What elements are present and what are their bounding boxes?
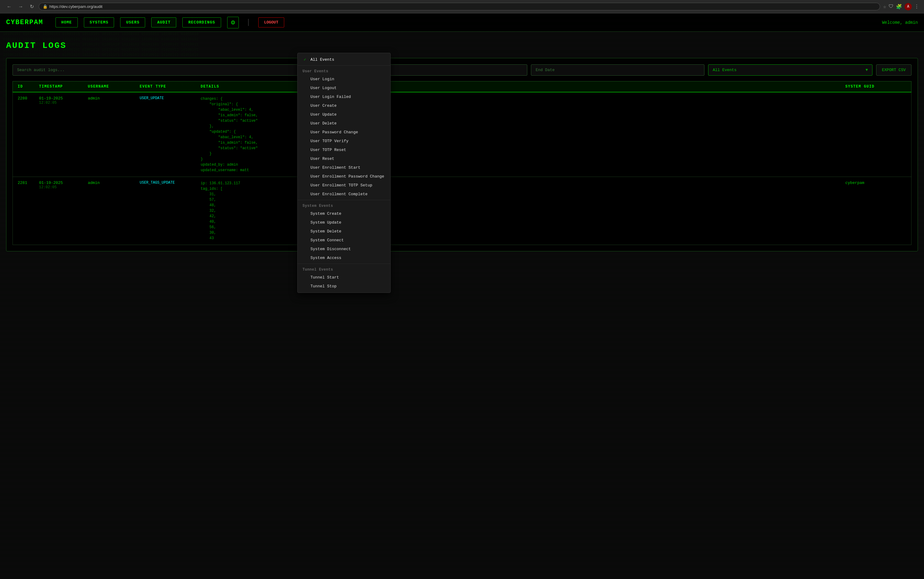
reload-button[interactable]: ↻ [28,3,36,10]
dropdown-item-system-connect[interactable]: System Connect [298,236,390,245]
event-filter-dropdown[interactable]: All Events User Events User Login User L… [297,53,391,293]
profile-icon[interactable]: A [904,3,912,10]
user-events-group-label: User Events [298,67,390,75]
cell-guid-0 [845,96,906,173]
cell-event-type-1: USER_TAGS_UPDATE [140,181,201,241]
event-filter-value: All Events [713,68,736,72]
cell-date-1: 01-19-2025 [39,181,88,185]
cell-guid-1: cyberpam [845,181,906,241]
cell-id-1: 2281 [18,181,39,241]
dropdown-item-user-enrollment-password-change[interactable]: User Enrollment Password Change [298,172,390,181]
puzzle-icon[interactable]: 🧩 [896,4,902,10]
navbar: CYBERPAM HOME SYSTEMS USERS AUDIT RECORD… [0,13,924,32]
dropdown-item-user-logout[interactable]: User Logout [298,83,390,92]
nav-separator: | [247,18,251,26]
dropdown-item-user-login[interactable]: User Login [298,75,390,83]
table-header: ID TIMESTAMP USERNAME EVENT TYPE DETAILS… [13,81,911,92]
nav-recordings[interactable]: RECORDINGS [182,17,221,28]
dropdown-item-user-update[interactable]: User Update [298,110,390,119]
export-csv-button[interactable]: EXPORT CSV [876,64,911,76]
welcome-text: Welcome, admin [882,20,918,25]
url-bar[interactable]: 🔒 https://dev.cyberpam.org/audit [39,3,880,10]
audit-container: All Events ▼ EXPORT CSV ID TIMESTAMP USE… [6,58,918,251]
dropdown-item-system-access[interactable]: System Access [298,254,390,262]
cell-timestamp-0: 01-19-2025 12:02:05 [39,96,88,173]
col-id: ID [18,85,39,89]
event-filter-wrapper: All Events ▼ [708,64,872,76]
dropdown-item-system-disconnect[interactable]: System Disconnect [298,245,390,254]
dropdown-item-user-enrollment-totp-setup[interactable]: User Enrollment TOTP Setup [298,181,390,190]
dropdown-item-system-create[interactable]: System Create [298,209,390,218]
dropdown-item-user-enrollment-complete[interactable]: User Enrollment Complete [298,190,390,199]
chevron-down-icon: ▼ [865,68,868,72]
forward-button[interactable]: → [16,3,25,10]
back-button[interactable]: ← [5,3,13,10]
main-content: AUDIT LOGS All Events ▼ EXPORT CSV ID TI… [0,32,924,257]
dropdown-divider-3 [298,263,390,264]
nav-audit[interactable]: AUDIT [151,17,176,28]
dropdown-item-user-password-change[interactable]: User Password Change [298,128,390,137]
cell-event-type-0: USER_UPDATE [140,96,201,173]
browser-actions: ☆ 🛡 🧩 A ⋮ [883,3,919,10]
nav-logo: CYBERPAM [6,19,43,26]
url-text: https://dev.cyberpam.org/audit [49,4,103,9]
dropdown-item-user-totp-verify[interactable]: User TOTP Verify [298,137,390,146]
dropdown-divider-1 [298,65,390,65]
table-row[interactable]: 2280 01-19-2025 12:02:05 admin USER_UPDA… [13,92,911,177]
cell-username-0: admin [88,96,140,173]
dropdown-divider-2 [298,200,390,200]
dropdown-item-system-delete[interactable]: System Delete [298,227,390,236]
dropdown-item-user-create[interactable]: User Create [298,101,390,110]
dropdown-item-user-reset[interactable]: User Reset [298,154,390,163]
cell-time-0: 12:02:05 [39,101,88,105]
dropdown-item-tunnel-stop[interactable]: Tunnel Stop [298,282,390,291]
tunnel-events-group-label: Tunnel Events [298,265,390,273]
all-events-label: All Events [310,57,334,62]
dropdown-item-all-events[interactable]: All Events [298,55,390,64]
dropdown-item-user-login-failed[interactable]: User Login Failed [298,92,390,101]
col-system-guid: SYSTEM GUID [845,85,906,89]
dropdown-item-user-totp-reset[interactable]: User TOTP Reset [298,146,390,154]
cell-id-0: 2280 [18,96,39,173]
bookmark-icon[interactable]: ☆ [883,4,886,10]
settings-button[interactable]: ⚙ [227,17,239,28]
nav-users[interactable]: USERS [120,17,145,28]
table-row[interactable]: 2281 01-19-2025 12:02:05 admin USER_TAGS… [13,177,911,245]
system-events-group-label: System Events [298,201,390,209]
logout-button[interactable]: LOGOUT [258,17,284,28]
cell-time-1: 12:02:05 [39,185,88,190]
cell-username-1: admin [88,181,140,241]
nav-home[interactable]: HOME [56,17,78,28]
nav-systems[interactable]: SYSTEMS [84,17,114,28]
dropdown-item-user-enrollment-start[interactable]: User Enrollment Start [298,163,390,172]
dropdown-item-user-delete[interactable]: User Delete [298,119,390,128]
dropdown-item-system-update[interactable]: System Update [298,218,390,227]
page-title: AUDIT LOGS [6,41,918,50]
filter-bar: All Events ▼ EXPORT CSV [13,64,911,76]
event-filter-button[interactable]: All Events ▼ [708,64,872,76]
col-event-type: EVENT TYPE [140,85,201,89]
extension-icon[interactable]: 🛡 [889,4,893,10]
browser-bar: ← → ↻ 🔒 https://dev.cyberpam.org/audit ☆… [0,0,924,13]
col-username: USERNAME [88,85,140,89]
col-timestamp: TIMESTAMP [39,85,88,89]
cell-timestamp-1: 01-19-2025 12:02:05 [39,181,88,241]
cell-date-0: 01-19-2025 [39,96,88,101]
menu-icon[interactable]: ⋮ [914,4,919,10]
dropdown-item-tunnel-start[interactable]: Tunnel Start [298,273,390,282]
end-date-input[interactable] [531,64,704,76]
